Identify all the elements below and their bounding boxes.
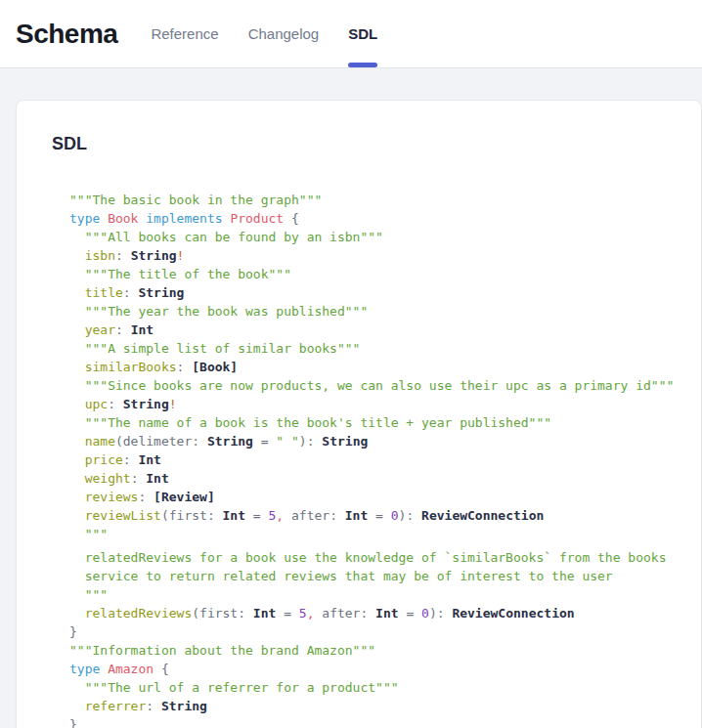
code-token-desc: """The basic book in the graph""" (69, 193, 322, 207)
code-token-type: ReviewConnection (452, 606, 574, 621)
code-line: """The title of the book""" (69, 265, 666, 283)
code-line: } (69, 622, 666, 641)
code-line: weight: Int (69, 469, 666, 488)
code-line: """The year the book was published""" (69, 302, 666, 321)
code-token-punc: : (238, 606, 245, 621)
code-token-desc: """The name of a book is the book's titl… (69, 415, 551, 430)
code-line: year: Int (69, 321, 666, 339)
code-token-desc: relatedReviews for a book use the knowle… (69, 550, 666, 565)
page-title: Schema (16, 19, 117, 50)
code-token-pl (383, 508, 391, 523)
code-token-punc: = (253, 508, 261, 523)
sdl-code-block: """The basic book in the graph"""type Bo… (69, 191, 666, 728)
code-token-pl (199, 434, 207, 449)
tab-sdl[interactable]: SDL (348, 0, 377, 67)
code-line: reviews: [Review] (69, 488, 666, 506)
code-token-pl (368, 508, 375, 523)
sdl-card: SDL """The basic book in the graph"""typ… (16, 100, 702, 728)
code-token-arg: first (169, 508, 207, 523)
code-token-punc: : (146, 699, 154, 713)
code-token-pl (337, 508, 345, 523)
code-line: """ (69, 585, 666, 604)
code-token-punc: ): (399, 508, 415, 523)
code-token-punc: ( (192, 606, 199, 621)
tab-changelog[interactable]: Changelog (248, 0, 320, 67)
code-token-comma: , (276, 508, 284, 523)
code-token-pl (276, 606, 284, 621)
code-line: """The name of a book is the book's titl… (69, 413, 666, 432)
code-token-field: year (69, 322, 115, 337)
code-line: """The basic book in the graph""" (69, 191, 666, 209)
code-token-field: upc (69, 397, 108, 411)
code-token-pl (414, 508, 421, 523)
code-token-punc: = (261, 434, 269, 449)
code-line: """The url of a referrer for a product""… (69, 678, 666, 697)
code-token-pl (215, 508, 223, 523)
code-token-pl (368, 606, 375, 621)
code-token-punc: } (69, 717, 77, 728)
code-token-field: title (69, 285, 123, 300)
code-token-desc: """A simple list of similar books""" (69, 341, 360, 356)
code-token-desc: """The year the book was published""" (69, 304, 368, 319)
code-token-punc: : (115, 248, 123, 263)
code-token-punc: { (161, 662, 169, 676)
code-token-field: relatedReviews (69, 606, 192, 621)
code-token-num: 0 (421, 606, 429, 621)
code-token-desc: """The title of the book""" (69, 267, 291, 281)
code-token-punc: ( (115, 434, 123, 449)
code-token-desc: """Information about the brand Amazon""" (69, 643, 375, 658)
code-token-pl (115, 397, 123, 411)
code-token-type: String (123, 397, 169, 411)
code-token-pl (414, 606, 421, 621)
code-token-pl (100, 211, 108, 226)
code-line: name(delimeter: String = " "): String (69, 432, 666, 450)
code-token-pl (146, 490, 154, 504)
code-token-type: ReviewConnection (421, 508, 544, 523)
code-token-arg: after (322, 606, 360, 621)
code-line: """Since books are now products, we can … (69, 376, 666, 395)
code-token-field: price (69, 452, 123, 467)
code-token-type: String (131, 248, 177, 263)
code-token-field: name (69, 434, 115, 449)
code-token-punc: : (192, 434, 199, 449)
code-token-type: Int (345, 508, 368, 523)
code-token-type: Int (253, 606, 276, 621)
code-line: type Book implements Product { (69, 209, 666, 228)
code-token-kw: type (69, 662, 100, 676)
tab-reference[interactable]: Reference (151, 0, 218, 67)
code-token-punc: { (291, 211, 299, 226)
code-line: price: Int (69, 450, 666, 469)
code-token-bang: ! (177, 248, 185, 263)
code-token-type: [Review] (154, 490, 215, 504)
code-token-field: isbn (69, 248, 115, 263)
code-token-field: reviews (69, 490, 138, 504)
code-token-kw: type (69, 211, 100, 226)
code-line: type Amazon { (69, 660, 666, 678)
sdl-heading: SDL (52, 134, 666, 154)
code-token-pl (284, 211, 291, 226)
code-line: """A simple list of similar books""" (69, 339, 666, 358)
code-token-desc: service to return related reviews that m… (69, 569, 613, 583)
code-token-pl (154, 662, 161, 676)
code-token-punc: = (375, 508, 383, 523)
code-token-field: weight (69, 471, 131, 486)
code-line: """Information about the brand Amazon""" (69, 641, 666, 660)
code-token-desc: """The url of a referrer for a product""… (69, 680, 399, 695)
code-token-type: Int (131, 322, 154, 337)
code-token-punc: = (284, 606, 291, 621)
code-token-pl (245, 606, 253, 621)
code-token-bang: ! (169, 397, 177, 411)
code-line: relatedReviews for a book use the knowle… (69, 548, 666, 567)
code-token-str: " " (276, 434, 298, 449)
code-token-punc: ( (161, 508, 169, 523)
code-token-type: String (322, 434, 368, 449)
code-token-pl (253, 434, 261, 449)
code-line: relatedReviews(first: Int = 5, after: In… (69, 604, 666, 622)
code-line: similarBooks: [Book] (69, 358, 666, 376)
code-token-type: Int (138, 452, 160, 467)
code-token-desc: """Since books are now products, we can … (69, 378, 674, 393)
code-token-field: reviewList (69, 508, 161, 523)
code-token-punc: : (108, 397, 115, 411)
code-line: referrer: String (69, 697, 666, 715)
code-token-punc: : (329, 508, 337, 523)
